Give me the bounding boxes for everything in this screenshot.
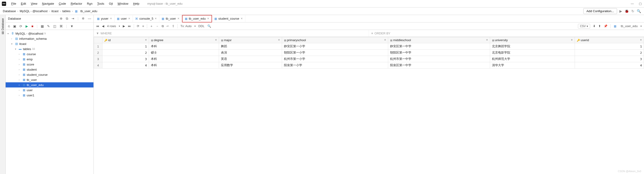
chevron-right-icon[interactable]: ›	[19, 84, 22, 86]
hide-icon[interactable]: —	[88, 17, 91, 20]
sort-icon[interactable]: ◆	[215, 38, 217, 41]
chevron-right-icon[interactable]: ›	[19, 89, 22, 91]
run-icon[interactable]: ▶	[26, 24, 28, 28]
duplicate-icon[interactable]: ⧉	[66, 17, 68, 20]
column-header[interactable]: 🔑userid◆	[575, 37, 644, 43]
breadcrumb-item[interactable]: MySQL - @localhost	[20, 9, 48, 13]
cell[interactable]: 4	[102, 62, 149, 68]
add-icon[interactable]: ⊕	[60, 17, 62, 20]
filter-funnel-icon[interactable]: ▼	[70, 24, 74, 28]
column-header[interactable]: ▦degree◆	[149, 37, 219, 43]
cell[interactable]: 北京舞蹈学院	[490, 43, 575, 50]
editor-tab[interactable]: ▦student_course✕	[212, 15, 245, 22]
tree-body[interactable]: ▾ 🛢 MySQL - @localhost 9 › ▤ information…	[6, 30, 94, 174]
menu-view[interactable]: View	[28, 1, 40, 6]
row-number-header[interactable]	[94, 37, 102, 43]
menu-code[interactable]: Code	[56, 1, 68, 6]
column-header[interactable]: 🔑id◆	[102, 37, 149, 43]
cell[interactable]: 杭州师范大学	[490, 56, 575, 62]
ddl-button[interactable]: DDL	[198, 24, 204, 28]
dropdown-icon[interactable]: ▾	[119, 25, 120, 27]
table-row[interactable]: 11本科舞蹈静安区第一小学静安区第一中学北京舞蹈学院1	[94, 43, 644, 50]
row-number[interactable]: 3	[94, 56, 102, 62]
row-number[interactable]: 2	[94, 50, 102, 56]
maximize-button[interactable]: ▢	[638, 2, 642, 5]
breadcrumb-item[interactable]: itcast	[51, 9, 58, 13]
tree-table-item[interactable]: ›▦score	[6, 62, 94, 67]
dropdown-icon[interactable]: ▾	[640, 25, 642, 27]
close-icon[interactable]: ✕	[207, 17, 209, 20]
target-table-label[interactable]: tb_user_edu	[621, 24, 638, 28]
menu-window[interactable]: Window	[115, 1, 131, 6]
chevron-right-icon[interactable]: ›	[19, 68, 22, 71]
tree-table-item[interactable]: ›▦tb_user_edu	[6, 82, 94, 87]
chevron-right-icon[interactable]: ›	[19, 53, 22, 55]
sort-icon[interactable]: ◆	[571, 38, 573, 41]
tx-label[interactable]: Tx: Auto	[180, 24, 192, 28]
cell[interactable]: 朝阳区第一中学	[388, 50, 490, 56]
chevron-right-icon[interactable]: ›	[19, 63, 22, 66]
editor-tab[interactable]: ▦tb_user✕	[159, 15, 182, 22]
menu-file[interactable]: File	[9, 1, 18, 6]
close-icon[interactable]: ✕	[128, 17, 130, 20]
console-icon[interactable]: ⌘	[60, 24, 63, 28]
database-tool-tab[interactable]: 🗄 Database	[1, 17, 5, 35]
cell[interactable]: 2	[102, 50, 149, 56]
editor-tab[interactable]: ▦yuser✕	[95, 15, 114, 22]
diagram-icon[interactable]: ◫	[53, 24, 56, 28]
tree-table-item[interactable]: ›▦emp	[6, 57, 94, 62]
table-icon[interactable]: ▦	[41, 24, 44, 28]
cell[interactable]: 静安区第一中学	[388, 43, 490, 50]
sort-icon[interactable]: ◆	[640, 38, 642, 41]
cell[interactable]: 杭州市第一小学	[282, 56, 388, 62]
cell[interactable]: 杭州市第一中学	[388, 56, 490, 62]
sort-icon[interactable]: ◆	[145, 38, 147, 41]
cell[interactable]: 朝阳区第一小学	[282, 50, 388, 56]
edit-icon[interactable]: ✎	[47, 24, 50, 28]
editor-tab[interactable]: ▦tb_user_edu✕	[182, 15, 212, 22]
settings-icon[interactable]: ✲	[82, 17, 84, 20]
cell[interactable]: 本科	[149, 56, 219, 62]
cell[interactable]: 3	[575, 56, 644, 62]
table-row[interactable]: 44本科应用数学阳泉第一小学阳泉区第一中学清华大学4	[94, 62, 644, 68]
column-header[interactable]: ▦primaryschool◆	[282, 37, 388, 43]
chevron-down-icon[interactable]: ▾	[8, 32, 11, 35]
first-page-icon[interactable]: ⏮	[96, 24, 99, 28]
pin-icon[interactable]: 📌	[604, 24, 608, 28]
tree-table-item[interactable]: ›▦user1	[6, 93, 94, 98]
jump-icon[interactable]: ⎋	[8, 24, 10, 28]
chevron-right-icon[interactable]: ›	[11, 37, 14, 40]
search-icon[interactable]: 🔍	[207, 24, 211, 28]
stop-icon[interactable]: ■	[32, 24, 33, 28]
rerun-icon[interactable]: ↻	[631, 9, 634, 13]
editor-tab[interactable]: ▦user✕	[114, 15, 133, 22]
chevron-down-icon[interactable]: ▾	[15, 48, 18, 50]
menu-git[interactable]: Git	[106, 1, 115, 6]
data-grid[interactable]: 🔑id◆▦degree◆▦major◆▦primaryschool◆▦middl…	[94, 37, 644, 174]
row-number[interactable]: 4	[94, 62, 102, 68]
chevron-right-icon[interactable]: ›	[19, 79, 22, 81]
menu-run[interactable]: Run	[84, 1, 95, 6]
cell[interactable]: 本科	[149, 43, 219, 50]
cell[interactable]: 表演	[219, 50, 282, 56]
filter-icon[interactable]: ▣	[13, 24, 16, 28]
orderby-filter[interactable]: ≡ ORDER BY	[369, 30, 644, 37]
next-page-icon[interactable]: ▶	[123, 24, 125, 28]
tree-schema[interactable]: ▾ ▤ itcast	[6, 41, 94, 46]
menu-refactor[interactable]: Refactor	[68, 1, 84, 6]
tree-table-item[interactable]: ›▦user	[6, 87, 94, 93]
close-icon[interactable]: ✕	[110, 17, 112, 20]
chevron-down-icon[interactable]: ▾	[11, 43, 14, 45]
prev-page-icon[interactable]: ◀	[102, 24, 104, 28]
cell[interactable]: 英语	[219, 56, 282, 62]
commit-icon[interactable]: ⇧	[172, 24, 174, 28]
breadcrumb-item[interactable]: tb_user_edu	[80, 9, 97, 13]
column-header[interactable]: ▦middleschool◆	[388, 37, 490, 43]
revert-icon[interactable]: ⤺	[166, 24, 169, 28]
chevron-right-icon[interactable]: ›	[19, 58, 22, 61]
column-header[interactable]: ▦university◆	[490, 37, 575, 43]
breadcrumb-item[interactable]: Database	[3, 9, 16, 13]
menu-navigate[interactable]: Navigate	[40, 1, 56, 6]
upload-icon[interactable]: ⬆	[598, 24, 601, 28]
table-row[interactable]: 22硕士表演朝阳区第一小学朝阳区第一中学北京电影学院2	[94, 50, 644, 56]
